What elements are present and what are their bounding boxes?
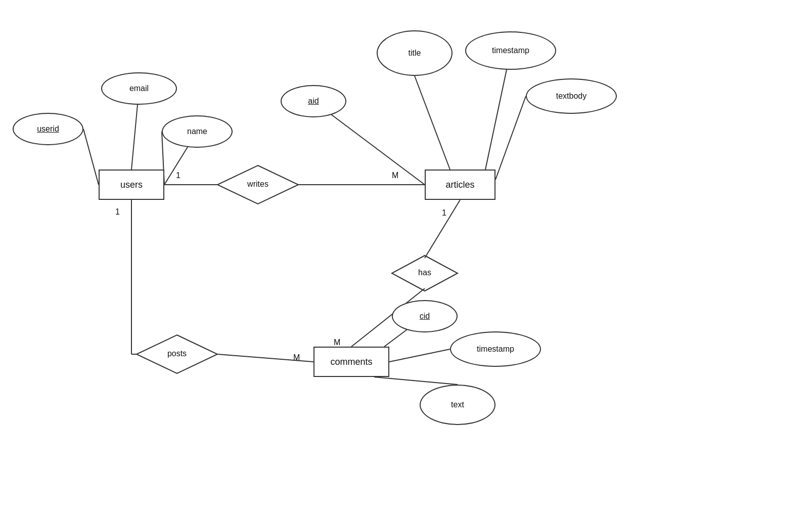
- attr-email: email: [101, 72, 177, 105]
- card-posts-m: M: [293, 353, 300, 362]
- card-has-1: 1: [442, 208, 446, 218]
- attr-cid: cid: [392, 300, 458, 332]
- attr-text: text: [420, 385, 495, 425]
- card-has-m: M: [334, 338, 340, 347]
- card-writes-1: 1: [176, 171, 181, 180]
- attr-textbody: textbody: [526, 78, 617, 114]
- card-posts-1: 1: [115, 207, 120, 217]
- attr-timestamp2: timestamp: [450, 331, 541, 367]
- attr-aid: aid: [281, 85, 346, 117]
- card-writes-m: M: [392, 171, 398, 180]
- attr-title: title: [377, 30, 453, 76]
- attr-userid: userid: [13, 113, 83, 145]
- entity-articles: articles: [425, 170, 495, 200]
- attr-timestamp1: timestamp: [465, 31, 556, 70]
- er-diagram: users articles comments userid email nam…: [0, 0, 812, 505]
- attr-name: name: [162, 115, 233, 148]
- entity-comments: comments: [313, 347, 389, 377]
- entity-users: users: [99, 170, 164, 200]
